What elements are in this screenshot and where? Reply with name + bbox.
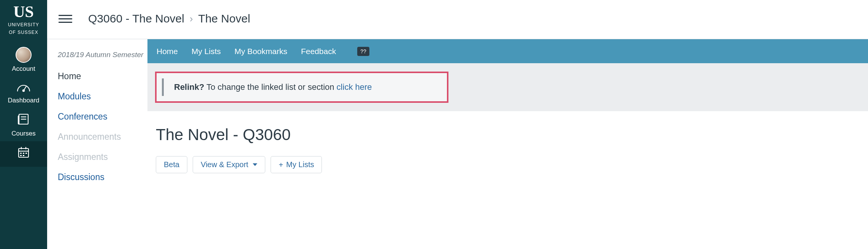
relink-callout: Relink? To change the linked list or sec…: [155, 72, 448, 103]
svg-rect-12: [20, 155, 22, 156]
svg-rect-9: [20, 153, 22, 154]
course-nav-assignments: Assignments: [58, 152, 147, 162]
course-nav-discussions[interactable]: Discussions: [58, 172, 147, 182]
body-row: 2018/19 Autumn Semester Home Modules Con…: [47, 39, 868, 249]
nav-dashboard-label: Dashboard: [8, 97, 39, 104]
breadcrumb: Q3060 - The Novel › The Novel: [88, 12, 250, 25]
global-sidebar: US UNIVERSITY OF SUSSEX Account Dashboar…: [0, 0, 47, 249]
nav-account-label: Account: [12, 65, 35, 73]
action-row: Beta View & Export + My Lists: [156, 156, 868, 173]
dashboard-icon: [16, 81, 31, 94]
relink-text: Relink? To change the linked list or sec…: [174, 82, 436, 92]
courses-icon: [17, 113, 30, 128]
help-button[interactable]: ??: [357, 47, 369, 56]
view-export-button[interactable]: View & Export: [193, 156, 265, 173]
content-column: Q3060 - The Novel › The Novel 2018/19 Au…: [47, 0, 868, 249]
course-nav: 2018/19 Autumn Semester Home Modules Con…: [47, 39, 147, 249]
nav-courses-label: Courses: [11, 130, 35, 137]
breadcrumb-page: The Novel: [198, 12, 250, 25]
mylists-label: My Lists: [286, 160, 314, 169]
relink-link[interactable]: click here: [337, 82, 372, 92]
main-panel: Home My Lists My Bookmarks Feedback ?? R…: [147, 39, 868, 249]
brand-logo: US UNIVERSITY OF SUSSEX: [8, 4, 39, 35]
semester-label: 2018/19 Autumn Semester: [58, 51, 147, 59]
brand-name-line1: UNIVERSITY: [8, 22, 39, 27]
hamburger-menu-button[interactable]: [59, 13, 72, 25]
tool-nav-bookmarks[interactable]: My Bookmarks: [234, 47, 287, 56]
course-nav-modules[interactable]: Modules: [58, 91, 147, 102]
course-nav-announcements: Announcements: [58, 132, 147, 142]
nav-calendar[interactable]: [0, 141, 47, 167]
tool-nav: Home My Lists My Bookmarks Feedback ??: [147, 39, 868, 63]
relink-band: Relink? To change the linked list or sec…: [147, 63, 868, 111]
list-title: The Novel - Q3060: [156, 126, 868, 144]
top-header: Q3060 - The Novel › The Novel: [47, 0, 868, 39]
svg-rect-10: [23, 153, 24, 154]
tool-nav-mylists[interactable]: My Lists: [192, 47, 221, 56]
svg-point-1: [23, 90, 24, 91]
svg-rect-11: [25, 153, 27, 154]
svg-rect-13: [23, 155, 24, 156]
calendar-icon: [17, 146, 30, 161]
nav-dashboard[interactable]: Dashboard: [0, 77, 47, 108]
beta-button-label: Beta: [164, 160, 179, 169]
breadcrumb-course[interactable]: Q3060 - The Novel: [88, 12, 184, 25]
course-nav-home[interactable]: Home: [58, 71, 147, 81]
relink-msg: To change the linked list or section: [204, 82, 336, 92]
nav-account[interactable]: Account: [0, 42, 47, 77]
plus-icon: +: [279, 161, 283, 169]
brand-name-line2: OF SUSSEX: [8, 30, 39, 35]
tool-nav-feedback[interactable]: Feedback: [301, 47, 336, 56]
breadcrumb-separator: ›: [190, 13, 193, 25]
add-mylists-button[interactable]: + My Lists: [271, 156, 322, 173]
view-export-label: View & Export: [201, 160, 248, 169]
brand-logo-text: US: [8, 4, 39, 20]
avatar: [16, 47, 32, 63]
course-nav-conferences[interactable]: Conferences: [58, 112, 147, 122]
chevron-down-icon: [253, 163, 257, 166]
relink-bold: Relink?: [174, 82, 204, 92]
nav-courses[interactable]: Courses: [0, 108, 47, 141]
tool-nav-home[interactable]: Home: [157, 47, 178, 56]
beta-button[interactable]: Beta: [156, 156, 187, 173]
